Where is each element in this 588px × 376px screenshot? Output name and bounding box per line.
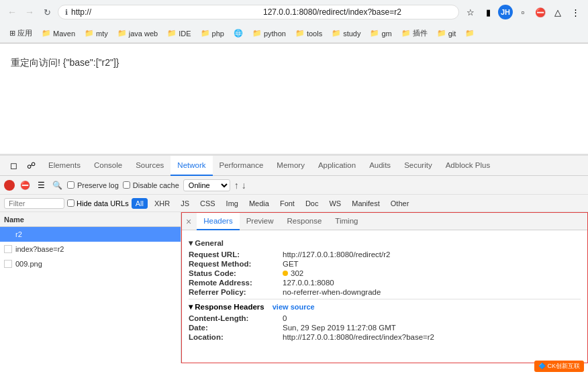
request-item-png[interactable]: 009.png bbox=[0, 256, 181, 271]
bookmark-study[interactable]: 📁 study bbox=[328, 28, 364, 39]
bookmark-javaweb[interactable]: 📁 java web bbox=[113, 28, 162, 39]
tab-security[interactable]: Security bbox=[397, 156, 439, 176]
search-icon[interactable]: 🔍 bbox=[51, 179, 63, 191]
star-icon[interactable]: ☆ bbox=[463, 5, 478, 19]
qr-icon[interactable]: ▮ bbox=[481, 5, 495, 19]
clear-button[interactable]: ⛔ bbox=[19, 179, 31, 191]
filter-all[interactable]: All bbox=[132, 198, 148, 209]
record-button[interactable] bbox=[4, 180, 15, 191]
disable-cache-label[interactable]: Disable cache bbox=[123, 181, 179, 189]
request-name-png: 009.png bbox=[15, 260, 42, 268]
adblock-icon[interactable]: ⛔ bbox=[533, 5, 548, 19]
folder-icon: 📁 bbox=[401, 29, 411, 38]
download-icon[interactable]: ↓ bbox=[242, 180, 246, 191]
extensions-icon[interactable]: ▫ bbox=[516, 5, 530, 19]
location-key: Location: bbox=[189, 333, 283, 341]
filter-js[interactable]: JS bbox=[177, 198, 193, 209]
filter-css[interactable]: CSS bbox=[196, 198, 219, 209]
preserve-log-label[interactable]: Preserve log bbox=[67, 181, 119, 189]
bookmark-plugins[interactable]: 📁 插件 bbox=[397, 27, 432, 40]
detail-tab-preview[interactable]: Preview bbox=[240, 213, 281, 230]
folder-icon: 📁 bbox=[85, 29, 94, 38]
tab-sources[interactable]: Sources bbox=[129, 156, 170, 176]
detail-tab-headers[interactable]: Headers bbox=[197, 213, 239, 230]
filter-font[interactable]: Font bbox=[276, 198, 299, 209]
request-list: Name r2 index?base=r2 009.png bbox=[0, 212, 181, 363]
filter-other[interactable]: Other bbox=[387, 198, 413, 209]
bookmark-label: Maven bbox=[53, 30, 75, 38]
menu-icon[interactable]: ⋮ bbox=[568, 5, 583, 19]
request-list-header: Name bbox=[0, 212, 181, 227]
tab-memory[interactable]: Memory bbox=[270, 156, 311, 176]
preserve-log-checkbox[interactable] bbox=[67, 181, 75, 189]
forward-button[interactable]: → bbox=[23, 5, 36, 19]
bookmark-label: php bbox=[212, 30, 224, 38]
location-value: http://127.0.0.1:8080/redirect/index?bas… bbox=[283, 333, 434, 341]
bookmark-more[interactable]: 📁 bbox=[461, 28, 479, 39]
filter-manifest[interactable]: Manifest bbox=[348, 198, 384, 209]
hide-data-urls-label[interactable]: Hide data URLs bbox=[67, 199, 129, 207]
request-url-key: Request URL: bbox=[189, 250, 283, 258]
tab-performance[interactable]: Performance bbox=[213, 156, 271, 176]
tab-audits[interactable]: Audits bbox=[362, 156, 397, 176]
bookmark-tools[interactable]: 📁 tools bbox=[291, 28, 326, 39]
refresh-button[interactable]: ↻ bbox=[40, 5, 54, 19]
disable-cache-checkbox[interactable] bbox=[123, 181, 130, 189]
request-method-row: Request Method: GET bbox=[189, 260, 581, 268]
content-length-key: Content-Length: bbox=[189, 314, 283, 322]
filter-input[interactable] bbox=[4, 198, 64, 209]
tab-console[interactable]: Console bbox=[87, 156, 129, 176]
bookmark-php[interactable]: 📁 php bbox=[197, 28, 228, 39]
remote-address-value: 127.0.0.1:8080 bbox=[283, 279, 334, 287]
folder-icon: 📁 bbox=[370, 29, 379, 38]
tab-network[interactable]: Network bbox=[170, 156, 212, 176]
bookmark-apps[interactable]: ⊞ 应用 bbox=[5, 27, 36, 40]
inspect-element-icon[interactable]: ◻ bbox=[5, 158, 21, 174]
back-button[interactable]: ← bbox=[5, 5, 19, 19]
hide-data-urls-checkbox[interactable] bbox=[67, 199, 75, 207]
filter-xhr[interactable]: XHR bbox=[150, 198, 174, 209]
bookmark-maven[interactable]: 📁 Maven bbox=[38, 28, 79, 39]
filter-media[interactable]: Media bbox=[245, 198, 273, 209]
bookmark-ide[interactable]: 📁 IDE bbox=[163, 28, 195, 39]
date-row: Date: Sun, 29 Sep 2019 11:27:08 GMT bbox=[189, 324, 581, 332]
bookmark-gm[interactable]: 📁 gm bbox=[366, 28, 395, 39]
upload-icon[interactable]: ↑ bbox=[234, 180, 239, 191]
general-section-title: ▾ General bbox=[189, 238, 581, 248]
bookmark-mty[interactable]: 📁 mty bbox=[81, 28, 112, 39]
tab-elements[interactable]: Elements bbox=[42, 156, 87, 176]
tab-application[interactable]: Application bbox=[311, 156, 362, 176]
request-name-index: index?base=r2 bbox=[15, 245, 64, 253]
filter-doc[interactable]: Doc bbox=[301, 198, 323, 209]
detail-tab-response[interactable]: Response bbox=[281, 213, 329, 230]
folder-icon: 📁 bbox=[332, 29, 341, 38]
bookmark-globe[interactable]: 🌐 bbox=[230, 28, 247, 39]
detail-tab-bar: × Headers Preview Response Timing bbox=[182, 213, 587, 230]
profile-icon[interactable]: JH bbox=[498, 5, 513, 19]
bookmark-label: IDE bbox=[179, 30, 191, 38]
url-bar[interactable]: ℹ http:// 127.0.0.1:8080/redirect/index?… bbox=[58, 5, 459, 19]
view-source-link[interactable]: view source bbox=[273, 303, 315, 311]
throttle-select[interactable]: Online Slow 3G Fast 3G Offline bbox=[183, 179, 230, 191]
request-item-r2[interactable]: r2 bbox=[0, 227, 181, 242]
bookmark-python[interactable]: 📁 python bbox=[248, 28, 290, 39]
filter-ws[interactable]: WS bbox=[325, 198, 345, 209]
page-content: 重定向访问! {"base":["r2"]} bbox=[0, 44, 588, 154]
detail-panel: × Headers Preview Response Timing ▾ Gene… bbox=[181, 212, 588, 363]
bookmark-icon[interactable]: △ bbox=[550, 5, 565, 19]
device-toolbar-icon[interactable]: ☍ bbox=[23, 158, 39, 174]
filter-icon[interactable]: ☰ bbox=[35, 179, 47, 191]
request-url-value: http://127.0.0.1:8080/redirect/r2 bbox=[283, 250, 390, 258]
bookmark-label: git bbox=[448, 30, 456, 38]
detail-tab-timing[interactable]: Timing bbox=[328, 213, 364, 230]
tab-adblock[interactable]: Adblock Plus bbox=[439, 156, 497, 176]
bookmark-label: python bbox=[264, 30, 286, 38]
lock-icon: ℹ bbox=[65, 8, 68, 17]
request-name-r2: r2 bbox=[15, 230, 22, 238]
filter-img[interactable]: Img bbox=[222, 198, 242, 209]
request-item-index[interactable]: index?base=r2 bbox=[0, 242, 181, 256]
bookmark-label: mty bbox=[96, 30, 108, 38]
devtools-panel: ◻ ☍ Elements Console Sources Network Per… bbox=[0, 154, 588, 363]
bookmark-git[interactable]: 📁 git bbox=[433, 28, 460, 39]
detail-close-button[interactable]: × bbox=[186, 216, 191, 227]
